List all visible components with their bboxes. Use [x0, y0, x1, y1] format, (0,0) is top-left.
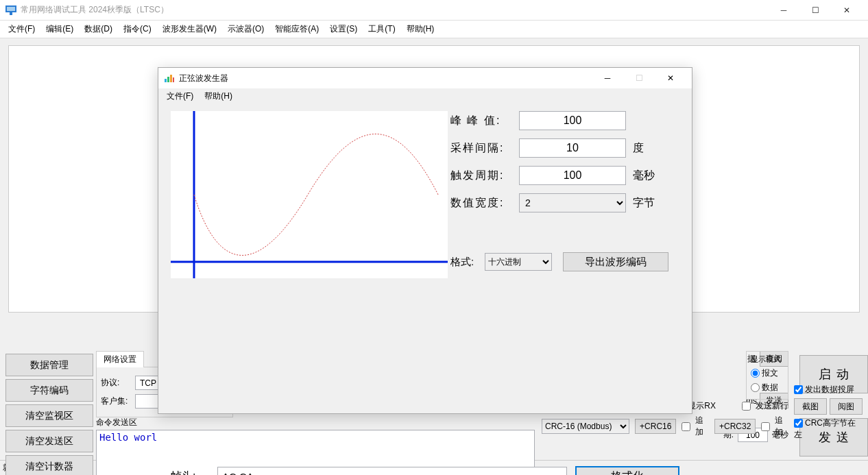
chart-icon	[164, 73, 175, 83]
pp-label: 峰 峰 值:	[450, 114, 519, 128]
svg-rect-3	[165, 79, 167, 82]
svg-rect-1	[7, 7, 15, 11]
dialog-title: 正弦波发生器	[179, 73, 592, 84]
samp-unit: 度	[633, 141, 644, 156]
clear-send-button[interactable]: 清空发送区	[5, 430, 93, 452]
menu-settings[interactable]: 设置(S)	[324, 21, 363, 38]
dlg-menu-help[interactable]: 帮助(H)	[199, 88, 238, 104]
app-icon	[5, 5, 16, 15]
menu-cmd[interactable]: 指令(C)	[118, 21, 157, 38]
svg-rect-2	[10, 12, 12, 15]
maximize-button[interactable]: ☐	[799, 0, 831, 21]
width-select[interactable]: 2	[519, 193, 626, 212]
dlg-menu-file[interactable]: 文件(F)	[161, 88, 199, 104]
fmt-label: 格式:	[450, 256, 474, 269]
width-unit: 字节	[633, 196, 655, 210]
view-button[interactable]: 阅图	[830, 398, 863, 415]
svg-rect-5	[170, 75, 172, 82]
crc32-button[interactable]: +CRC32	[714, 419, 756, 434]
crc-high-check[interactable]: CRC高字节在左	[794, 417, 863, 441]
dlg-maximize-button[interactable]: ☐	[623, 68, 655, 88]
clear-counter-button[interactable]: 清空计数器	[5, 455, 93, 475]
menu-data[interactable]: 数据(D)	[79, 21, 118, 38]
fmt-select[interactable]: 十六进制	[485, 253, 552, 271]
menu-wavegen[interactable]: 波形发生器(W)	[157, 21, 222, 38]
sine-generator-dialog: 正弦波发生器 ─ ☐ ✕ 文件(F) 帮助(H) 峰 峰 值: 采样间隔: 度	[158, 67, 692, 414]
minimize-button[interactable]: ─	[768, 0, 799, 21]
data-manage-button[interactable]: 数据管理	[5, 354, 93, 376]
head-label: 帧头:	[171, 470, 217, 476]
disp-data-radio[interactable]: 数据	[751, 382, 784, 393]
svg-rect-4	[167, 77, 169, 82]
export-wave-button[interactable]: 导出波形编码	[563, 252, 668, 271]
samp-label: 采样间隔:	[450, 141, 519, 156]
width-label: 数值宽度:	[450, 196, 519, 210]
dlg-close-button[interactable]: ✕	[655, 68, 686, 88]
trig-input[interactable]	[519, 166, 626, 185]
menu-edit[interactable]: 编辑(E)	[40, 21, 79, 38]
svg-rect-6	[173, 77, 174, 82]
main-titlebar: 常用网络调试工具 2024秋季版（LTSC） ─ ☐ ✕	[0, 0, 868, 21]
sine-plot	[171, 111, 448, 278]
proto-label: 协议:	[101, 377, 135, 389]
samp-input[interactable]	[519, 138, 626, 158]
menu-scope[interactable]: 示波器(O)	[222, 21, 269, 38]
char-encode-button[interactable]: 字符编码	[5, 379, 93, 402]
pp-input[interactable]	[519, 111, 626, 130]
screenshot-button[interactable]: 截图	[794, 398, 827, 415]
disp-msg-radio[interactable]: 报文	[751, 367, 784, 379]
menu-help[interactable]: 帮助(H)	[401, 21, 440, 38]
close-button[interactable]: ✕	[831, 0, 863, 21]
project-check[interactable]: 发出数据投屏	[794, 384, 863, 395]
menu-ai[interactable]: 智能应答(A)	[269, 21, 324, 38]
newline-check[interactable]: 发送新行	[742, 400, 788, 412]
menu-file[interactable]: 文件(F)	[3, 21, 40, 38]
main-title: 常用网络调试工具 2024秋季版（LTSC）	[21, 4, 768, 16]
trig-label: 触发周期:	[450, 169, 519, 183]
display-mode-title: 显示模式	[751, 354, 784, 365]
tab-network[interactable]: 网络设置	[96, 351, 144, 367]
head-input[interactable]	[217, 467, 567, 475]
format-head-button[interactable]: 格式化	[575, 466, 679, 475]
menu-tools[interactable]: 工具(T)	[363, 21, 400, 38]
main-menubar: 文件(F) 编辑(E) 数据(D) 指令(C) 波形发生器(W) 示波器(O) …	[0, 21, 868, 38]
client-label: 客户集:	[101, 395, 135, 407]
dlg-minimize-button[interactable]: ─	[592, 68, 623, 88]
clear-monitor-button[interactable]: 清空监视区	[5, 404, 93, 427]
append2-check[interactable]: 追加	[761, 415, 788, 438]
trig-unit: 毫秒	[633, 169, 655, 183]
